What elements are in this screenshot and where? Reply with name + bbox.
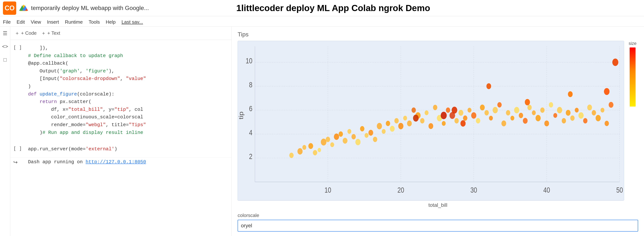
add-text-button[interactable]: ＋ + Text — [41, 30, 60, 36]
svg-text:10: 10 — [246, 57, 252, 65]
svg-point-68 — [454, 118, 458, 124]
colorbar: size — [627, 41, 638, 201]
svg-point-104 — [608, 102, 614, 108]
code-cell-runserver: [ ] app.run_server(mode='external') — [10, 144, 232, 155]
svg-point-95 — [570, 115, 574, 121]
add-code-button[interactable]: ＋ + Code — [15, 30, 37, 36]
svg-point-70 — [463, 115, 467, 121]
menu-help[interactable]: Help — [106, 19, 116, 25]
svg-text:10: 10 — [324, 186, 331, 194]
svg-text:8: 8 — [249, 81, 252, 89]
sidebar-icon-menu[interactable]: ☰ — [2, 30, 9, 37]
svg-point-50 — [377, 123, 382, 129]
colorbar-gradient — [630, 48, 636, 107]
svg-point-79 — [502, 121, 506, 126]
svg-point-103 — [604, 121, 609, 126]
dash-link[interactable]: http://127.0.0.1:8050 — [86, 159, 146, 165]
svg-point-87 — [536, 115, 541, 121]
svg-point-91 — [553, 113, 557, 118]
svg-point-33 — [302, 145, 306, 150]
svg-point-97 — [578, 112, 584, 119]
svg-text:30: 30 — [470, 186, 477, 194]
svg-text:40: 40 — [543, 186, 550, 194]
svg-point-80 — [506, 110, 510, 115]
svg-point-101 — [596, 115, 601, 121]
svg-point-106 — [441, 112, 447, 119]
svg-point-47 — [364, 133, 368, 138]
svg-point-42 — [343, 138, 348, 144]
menu-edit[interactable]: Edit — [16, 19, 25, 25]
svg-point-84 — [523, 118, 528, 124]
header: CO temporarily deploy ML webapp with Goo… — [0, 0, 644, 16]
svg-point-63 — [433, 105, 437, 110]
x-axis-label: total_bill — [238, 202, 638, 208]
svg-point-45 — [355, 139, 360, 145]
svg-point-35 — [313, 150, 317, 155]
drive-icon — [19, 4, 28, 13]
svg-point-51 — [382, 129, 386, 134]
cell-bracket: [ ] — [13, 44, 28, 50]
svg-text:tip: tip — [238, 112, 244, 119]
chart-title: Tips — [238, 31, 638, 38]
menu-tools[interactable]: Tools — [88, 19, 100, 25]
run-cell-bracket: [ ] — [13, 145, 28, 151]
svg-point-89 — [544, 121, 549, 126]
output-cell: ↪ Dash app running on http://127.0.0.1:8… — [10, 157, 232, 167]
run-cell-content[interactable]: app.run_server(mode='external') — [28, 145, 228, 153]
sidebar-icon-files[interactable]: □ — [2, 56, 9, 64]
svg-text:6: 6 — [249, 105, 252, 113]
menu-file[interactable]: File — [3, 19, 11, 25]
svg-point-72 — [471, 112, 476, 119]
code-panel: ＋ + Code ＋ + Text [ ] ]), # Define callb… — [10, 27, 232, 236]
menu-view[interactable]: View — [31, 19, 41, 25]
svg-text:2: 2 — [249, 152, 252, 161]
sidebar: ☰ <> □ — [0, 27, 10, 236]
chart-area: 2 4 6 8 10 10 20 30 40 50 tip — [238, 41, 638, 201]
svg-point-102 — [600, 108, 604, 112]
svg-point-46 — [360, 126, 364, 131]
svg-point-34 — [308, 143, 313, 149]
svg-point-71 — [468, 108, 471, 112]
svg-point-99 — [587, 105, 592, 110]
main-layout: ☰ <> □ ＋ + Code ＋ + Text [ ] ]), # Defin… — [0, 27, 644, 236]
svg-text:50: 50 — [616, 186, 623, 194]
colorbar-label: size — [629, 41, 636, 46]
svg-point-110 — [486, 83, 491, 89]
cell-content[interactable]: ]), # Define callback to update graph @a… — [28, 44, 228, 136]
svg-point-113 — [604, 88, 610, 95]
svg-point-43 — [347, 129, 351, 134]
svg-point-57 — [407, 121, 412, 126]
svg-point-60 — [420, 118, 424, 124]
svg-point-73 — [476, 118, 480, 124]
svg-point-44 — [352, 134, 356, 139]
svg-point-52 — [386, 121, 390, 126]
svg-point-109 — [460, 120, 466, 127]
menu-lastsave[interactable]: Last sav... — [122, 19, 143, 25]
svg-point-53 — [390, 126, 394, 132]
tab-title-left: temporarily deploy ML webapp with Google… — [31, 5, 233, 12]
svg-point-105 — [612, 59, 618, 66]
svg-point-38 — [326, 137, 330, 142]
svg-text:20: 20 — [398, 186, 404, 194]
svg-point-74 — [480, 105, 485, 110]
code-cell-main: [ ] ]), # Define callback to update grap… — [10, 43, 232, 138]
menu-insert[interactable]: Insert — [47, 19, 59, 25]
colorscale-input[interactable] — [238, 220, 638, 231]
svg-point-49 — [373, 137, 377, 142]
svg-point-78 — [497, 102, 502, 107]
svg-point-92 — [557, 107, 562, 113]
svg-point-81 — [510, 116, 514, 121]
svg-point-54 — [394, 118, 399, 124]
svg-point-58 — [412, 107, 416, 113]
plus-code-icon: ＋ — [15, 30, 20, 36]
svg-point-93 — [562, 118, 566, 124]
sidebar-icon-code[interactable]: <> — [2, 43, 9, 50]
colorscale-section: colorscale — [238, 212, 638, 231]
menu-runtime[interactable]: Runtime — [65, 19, 83, 25]
svg-point-90 — [549, 102, 553, 107]
svg-point-98 — [583, 118, 587, 124]
svg-point-111 — [525, 99, 530, 105]
output-text: Dash app running on http://127.0.0.1:805… — [28, 159, 146, 165]
svg-point-40 — [334, 133, 339, 140]
svg-point-32 — [297, 148, 302, 155]
